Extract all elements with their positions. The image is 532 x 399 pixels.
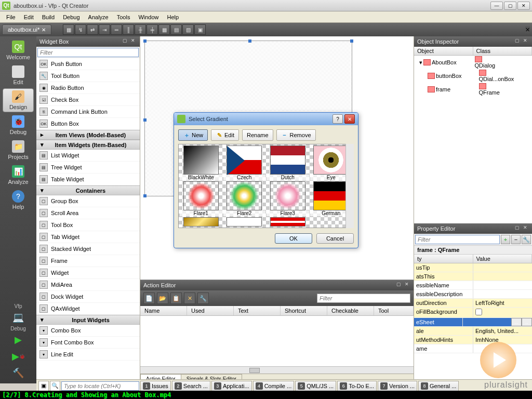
mode-welcome[interactable]: QtWelcome bbox=[3, 38, 34, 62]
widget-item[interactable]: ▾Combo Box bbox=[36, 325, 140, 337]
mode-design[interactable]: 🖌Design bbox=[3, 88, 34, 112]
widget-category[interactable]: ▾Item Widgets (Item-Based) bbox=[36, 140, 140, 150]
action-new-icon[interactable]: 📄 bbox=[143, 292, 155, 304]
gradient-rename-button[interactable]: Rename bbox=[242, 129, 273, 141]
dialog-close-button[interactable]: ✕ bbox=[344, 114, 355, 124]
action-editor-filter[interactable] bbox=[317, 294, 410, 303]
panel-close-icon[interactable]: ✕ bbox=[522, 38, 529, 45]
widget-item[interactable]: ◉Radio Button bbox=[36, 82, 140, 94]
action-config-icon[interactable]: 🔧 bbox=[197, 292, 209, 304]
locator-search-icon[interactable]: 🔍 bbox=[50, 381, 60, 391]
widget-item[interactable]: ▢Group Box bbox=[36, 195, 140, 207]
output-tab[interactable]: 6To-Do E... bbox=[337, 381, 377, 391]
gradient-edit-button[interactable]: ✎Edit bbox=[211, 129, 239, 141]
widget-item[interactable]: ⎘Command Link Button bbox=[36, 106, 140, 118]
dialog-help-button[interactable]: ? bbox=[332, 114, 343, 124]
widget-item[interactable]: ▢MdiArea bbox=[36, 279, 140, 291]
widget-item[interactable]: OKPush Button bbox=[36, 58, 140, 70]
scrollbar-h[interactable] bbox=[140, 366, 414, 374]
widget-item[interactable]: ▾Line Edit bbox=[36, 349, 140, 361]
widget-category[interactable]: ▾Containers bbox=[36, 185, 140, 195]
property-filter[interactable] bbox=[415, 235, 500, 244]
debug-run-button[interactable]: ▶🐞 bbox=[10, 349, 26, 364]
property-row[interactable]: essibleDescription bbox=[414, 290, 532, 299]
open-file-tab[interactable]: aboutbox.ui* ✕ bbox=[2, 24, 51, 35]
video-play-overlay[interactable] bbox=[480, 342, 516, 378]
widget-item[interactable]: ▢Scroll Area bbox=[36, 207, 140, 219]
widget-item[interactable]: ▢QAxWidget bbox=[36, 303, 140, 315]
file-tab-close-icon[interactable]: ✕ bbox=[42, 27, 46, 33]
property-remove-icon[interactable]: − bbox=[511, 235, 521, 244]
tool-layout-vsplit[interactable]: ╪ bbox=[147, 24, 158, 35]
property-config-icon[interactable]: 🔧 bbox=[522, 235, 531, 244]
menu-file[interactable]: File bbox=[2, 13, 20, 21]
output-tab[interactable]: 7Version ... bbox=[378, 381, 417, 391]
output-tab[interactable]: 2Search ... bbox=[172, 381, 210, 391]
panel-float-icon[interactable]: ▢ bbox=[395, 282, 402, 289]
action-editor-body[interactable] bbox=[140, 316, 414, 366]
tool-adjust-size[interactable]: ▣ bbox=[194, 24, 206, 35]
widget-item[interactable]: ▤Table Widget bbox=[36, 174, 140, 185]
run-button[interactable]: ▶ bbox=[10, 332, 26, 347]
dialog-ok-button[interactable]: OK bbox=[275, 233, 312, 244]
tool-layout-hsplit[interactable]: ╫ bbox=[135, 24, 146, 35]
menu-debug[interactable]: Debug bbox=[59, 13, 84, 21]
widget-item[interactable]: ☑Check Box bbox=[36, 94, 140, 106]
toolbar-close-icon[interactable]: ✕ bbox=[525, 26, 530, 33]
property-row[interactable]: oFillBackground bbox=[414, 308, 532, 318]
widget-item[interactable]: ▾Font Combo Box bbox=[36, 337, 140, 349]
action-open-icon[interactable]: 📂 bbox=[157, 292, 168, 304]
object-row[interactable]: frame QFrame bbox=[414, 83, 532, 96]
minimize-button[interactable]: — bbox=[490, 2, 503, 10]
gradient-remove-button[interactable]: −Remove bbox=[276, 129, 316, 141]
widget-category[interactable]: ▸Item Views (Model-Based) bbox=[36, 130, 140, 140]
widget-item[interactable]: OKButton Box bbox=[36, 118, 140, 130]
panel-float-icon[interactable]: ▢ bbox=[121, 38, 128, 45]
gradient-swatch[interactable] bbox=[267, 217, 309, 227]
output-pane-toggle-icon[interactable]: ▣ bbox=[38, 381, 49, 391]
tool-layout-grid[interactable]: ▦ bbox=[158, 24, 170, 35]
property-row[interactable]: eSheet..... bbox=[414, 318, 532, 327]
menu-build[interactable]: Build bbox=[38, 13, 59, 21]
menu-analyze[interactable]: Analyze bbox=[84, 13, 113, 21]
tool-edit-signals[interactable]: ↯ bbox=[75, 24, 86, 35]
widget-item[interactable]: ▢Widget bbox=[36, 267, 140, 279]
tool-layout-form[interactable]: ▤ bbox=[170, 24, 182, 35]
output-tab[interactable]: 4Compile ... bbox=[253, 381, 295, 391]
widget-item[interactable]: ▢Stacked Widget bbox=[36, 243, 140, 255]
gradient-swatch[interactable]: Flare2 bbox=[223, 181, 266, 216]
output-tab[interactable]: 8General ... bbox=[418, 381, 459, 391]
gradient-swatch[interactable] bbox=[223, 217, 266, 227]
widget-box-filter[interactable] bbox=[37, 48, 139, 57]
close-button[interactable]: ✕ bbox=[517, 2, 530, 10]
property-row[interactable]: utMethodHintsImhNone bbox=[414, 336, 532, 344]
object-inspector-tree[interactable]: ObjectClass ▾AboutBox QDialogbuttonBox Q… bbox=[414, 47, 532, 223]
action-delete-icon[interactable]: ✕ bbox=[184, 292, 195, 304]
mode-projects[interactable]: 📁Projects bbox=[3, 138, 34, 162]
panel-float-icon[interactable]: ▢ bbox=[513, 225, 521, 232]
panel-close-icon[interactable]: ✕ bbox=[403, 282, 410, 289]
property-row[interactable]: aleEnglish, United... bbox=[414, 327, 532, 336]
widget-item[interactable]: ▢Tool Box bbox=[36, 219, 140, 231]
menu-help[interactable]: Help bbox=[163, 13, 183, 21]
property-more-button[interactable]: .. bbox=[522, 318, 532, 326]
object-row[interactable]: buttonBox QDial...onBox bbox=[414, 69, 532, 83]
property-row[interactable]: outDirectionLeftToRight bbox=[414, 299, 532, 308]
property-row[interactable]: usTip bbox=[414, 263, 532, 272]
gradient-new-button[interactable]: ＋New bbox=[178, 129, 208, 141]
mode-help[interactable]: ?Help bbox=[3, 188, 34, 212]
property-row[interactable]: essibleName bbox=[414, 281, 532, 290]
gradient-scroll[interactable] bbox=[345, 144, 354, 228]
gradient-swatch[interactable]: Flare3 bbox=[267, 181, 309, 216]
object-row[interactable]: ▾AboutBox QDialog bbox=[414, 56, 532, 69]
build-target-icon[interactable]: 💻 bbox=[10, 310, 26, 325]
gradient-swatch[interactable]: Flare1 bbox=[180, 181, 222, 216]
widget-box-list[interactable]: OKPush Button🔧Tool Button◉Radio Button☑C… bbox=[36, 58, 140, 383]
property-row[interactable]: atsThis bbox=[414, 272, 532, 281]
tool-break-layout[interactable]: ▧ bbox=[182, 24, 194, 35]
mode-debug[interactable]: 🐞Debug bbox=[3, 113, 34, 137]
locator-input[interactable] bbox=[61, 381, 139, 391]
output-tab[interactable]: 5QML/JS ... bbox=[295, 381, 336, 391]
menu-tools[interactable]: Tools bbox=[113, 13, 135, 21]
output-tab[interactable]: 3Applicati... bbox=[211, 381, 252, 391]
